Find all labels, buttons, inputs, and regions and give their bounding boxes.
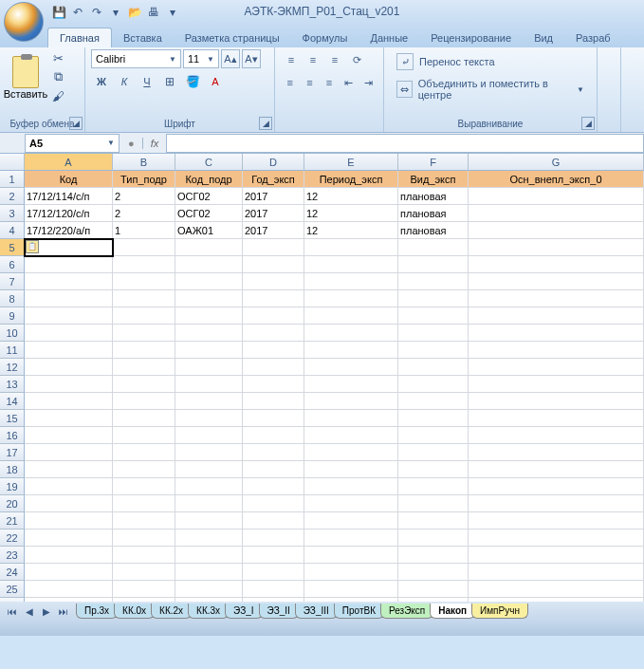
- cell[interactable]: [243, 547, 304, 564]
- cell[interactable]: [304, 427, 398, 444]
- row-header-22[interactable]: 22: [0, 530, 25, 547]
- cell[interactable]: [469, 205, 644, 222]
- office-button[interactable]: [4, 2, 44, 42]
- cell[interactable]: [175, 359, 243, 376]
- clipboard-launcher[interactable]: ◢: [69, 117, 83, 130]
- header-cell[interactable]: Вид_эксп: [398, 171, 469, 188]
- cell[interactable]: ОСГ02: [175, 205, 243, 222]
- cell[interactable]: [113, 290, 175, 307]
- cell[interactable]: [113, 530, 175, 547]
- sheet-tab[interactable]: КК.0х: [114, 604, 155, 619]
- font-name-select[interactable]: Calibri▼: [91, 49, 181, 68]
- cell[interactable]: [25, 530, 113, 547]
- cell[interactable]: [113, 461, 175, 478]
- cell[interactable]: [398, 478, 469, 495]
- cell[interactable]: [398, 325, 469, 342]
- cell[interactable]: [175, 325, 243, 342]
- cell[interactable]: [469, 188, 644, 205]
- cell[interactable]: [469, 478, 644, 495]
- cell[interactable]: [469, 239, 644, 256]
- cell[interactable]: [243, 495, 304, 512]
- cell[interactable]: [469, 222, 644, 239]
- cell[interactable]: [113, 307, 175, 325]
- select-all-corner[interactable]: [0, 154, 25, 170]
- cell[interactable]: [243, 444, 304, 461]
- cell[interactable]: [469, 427, 644, 444]
- col-header-E[interactable]: E: [304, 154, 398, 170]
- sheet-tab[interactable]: Пр.3х: [76, 604, 118, 619]
- cell[interactable]: [469, 325, 644, 342]
- cell[interactable]: [25, 410, 113, 427]
- cell[interactable]: [175, 444, 243, 461]
- cell[interactable]: [304, 290, 398, 307]
- cell[interactable]: [175, 410, 243, 427]
- cell[interactable]: [304, 410, 398, 427]
- cell[interactable]: [175, 495, 243, 512]
- cell[interactable]: [113, 547, 175, 564]
- cell[interactable]: [304, 359, 398, 376]
- cell[interactable]: [25, 273, 113, 290]
- grow-font-icon[interactable]: A▴: [221, 49, 240, 68]
- cell[interactable]: [304, 307, 398, 325]
- cell[interactable]: [25, 342, 113, 359]
- sheet-tab[interactable]: КК.3х: [188, 604, 229, 619]
- row-header-14[interactable]: 14: [0, 393, 25, 410]
- paste-button[interactable]: Вставить: [6, 49, 46, 106]
- cell[interactable]: [175, 564, 243, 581]
- cell[interactable]: [398, 239, 469, 256]
- save-icon[interactable]: 💾: [51, 5, 66, 20]
- cell[interactable]: [25, 290, 113, 307]
- cell[interactable]: 2017: [243, 222, 304, 239]
- cell[interactable]: [304, 376, 398, 393]
- cell[interactable]: [469, 530, 644, 547]
- cell[interactable]: [398, 273, 469, 290]
- cell[interactable]: 2: [113, 188, 175, 205]
- cell[interactable]: 1: [113, 222, 175, 239]
- border-button[interactable]: ⊞: [159, 71, 180, 92]
- row-header-1[interactable]: 1: [0, 171, 25, 188]
- row-header-6[interactable]: 6: [0, 256, 25, 273]
- cell[interactable]: [113, 393, 175, 410]
- cell[interactable]: [113, 376, 175, 393]
- row-header-12[interactable]: 12: [0, 359, 25, 376]
- qat-dd[interactable]: ▾: [165, 5, 180, 20]
- cell[interactable]: [398, 376, 469, 393]
- cell[interactable]: [113, 256, 175, 273]
- cell[interactable]: [25, 444, 113, 461]
- cell[interactable]: [243, 307, 304, 325]
- cell[interactable]: [25, 581, 113, 598]
- cell[interactable]: [398, 444, 469, 461]
- cell[interactable]: [469, 581, 644, 598]
- cell[interactable]: [243, 256, 304, 273]
- cell[interactable]: [469, 273, 644, 290]
- cell[interactable]: [398, 342, 469, 359]
- cell[interactable]: [243, 359, 304, 376]
- cell[interactable]: [175, 478, 243, 495]
- header-cell[interactable]: Код_подр: [175, 171, 243, 188]
- tab-data[interactable]: Данные: [359, 28, 419, 47]
- cell[interactable]: [175, 427, 243, 444]
- row-header-17[interactable]: 17: [0, 444, 25, 461]
- cell[interactable]: ОАЖ01: [175, 222, 243, 239]
- col-header-D[interactable]: D: [243, 154, 304, 170]
- cell[interactable]: [243, 325, 304, 342]
- sheet-tab[interactable]: КК.2х: [151, 604, 192, 619]
- cell[interactable]: [243, 342, 304, 359]
- align-center-icon[interactable]: ≡: [301, 72, 320, 93]
- cell[interactable]: [113, 478, 175, 495]
- cell[interactable]: [113, 239, 175, 256]
- cell[interactable]: [113, 273, 175, 290]
- cell[interactable]: [175, 547, 243, 564]
- cell[interactable]: [175, 376, 243, 393]
- cell[interactable]: [304, 461, 398, 478]
- font-launcher[interactable]: ◢: [259, 117, 272, 130]
- cell[interactable]: [398, 547, 469, 564]
- cell[interactable]: ОСГ02: [175, 188, 243, 205]
- tab-nav-prev[interactable]: ◀: [21, 603, 38, 620]
- cell[interactable]: [25, 359, 113, 376]
- cell[interactable]: 17/12/114/с/п: [25, 188, 113, 205]
- sheet-tab[interactable]: ПротВК: [334, 604, 384, 619]
- cell[interactable]: [398, 410, 469, 427]
- cell[interactable]: [304, 325, 398, 342]
- tab-layout[interactable]: Разметка страницы: [174, 28, 291, 47]
